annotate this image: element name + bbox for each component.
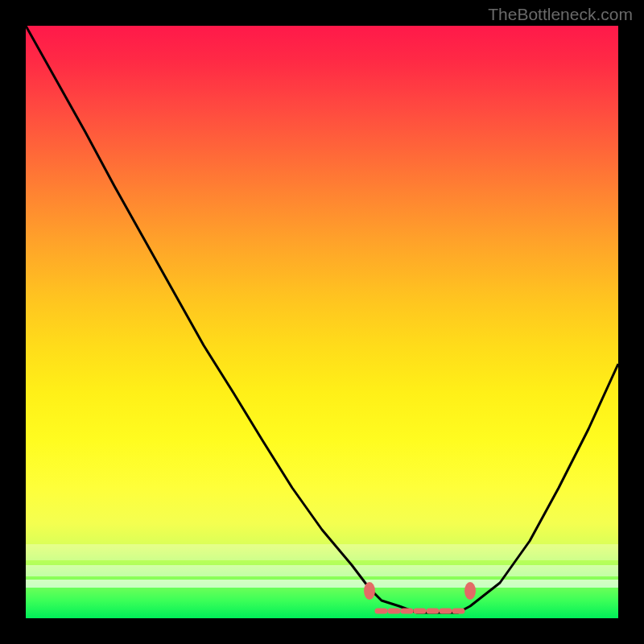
range-end-dot: [464, 582, 476, 600]
chart-plot-area: [26, 26, 618, 618]
watermark-text: TheBottleneck.com: [488, 5, 633, 24]
range-start-dot: [364, 582, 375, 600]
bottleneck-curve-line: [26, 26, 618, 613]
chart-svg: [26, 26, 618, 618]
